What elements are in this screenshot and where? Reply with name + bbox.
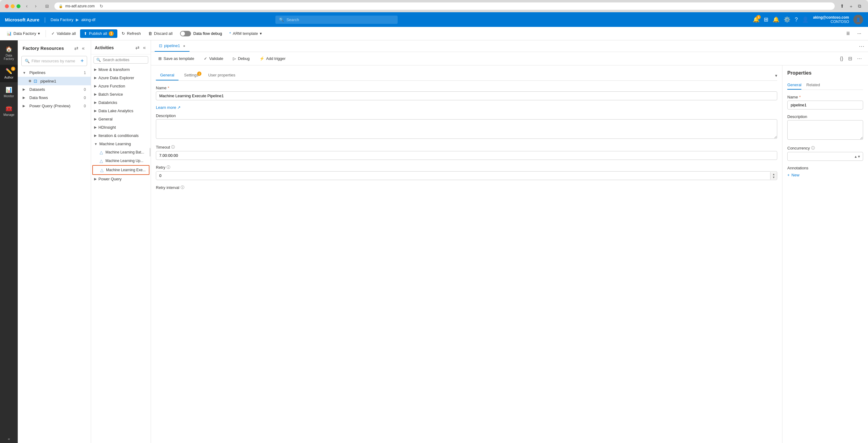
retry-stepper[interactable]: ▲ ▼ — [156, 171, 777, 180]
group-label: HDInsight — [98, 125, 116, 129]
settings-badge: 2 — [197, 71, 202, 76]
activity-group-azure-explorer[interactable]: ▶ Azure Data Explorer — [91, 74, 151, 82]
right-name-input[interactable] — [787, 100, 863, 110]
activities-expand-btn[interactable]: ⇄ — [134, 43, 141, 52]
breadcrumb-data-factory[interactable]: Data Factory — [51, 18, 73, 22]
activity-ml-update[interactable]: △ Machine Learning Up... — [91, 156, 151, 165]
concurrency-select[interactable] — [787, 152, 863, 161]
activity-group-move-transform[interactable]: ▶ Move & transform — [91, 65, 151, 74]
more-options-btn[interactable]: ⋯ — [854, 29, 864, 38]
breadcrumb-aking-df[interactable]: aking-df — [81, 18, 95, 22]
arm-template-button[interactable]: * ARM template ▾ — [226, 29, 265, 38]
description-textarea[interactable] — [156, 119, 777, 139]
activity-ml-execute[interactable]: △ Machine Learning Exe... — [92, 165, 150, 175]
activities-search[interactable]: 🔍 — [94, 56, 148, 64]
activities-collapse-btn[interactable]: « — [142, 43, 147, 52]
user-avatar[interactable]: 👤 — [853, 15, 863, 25]
search-input[interactable] — [286, 18, 394, 22]
activity-group-iteration[interactable]: ▶ Iteration & conditionals — [91, 131, 151, 140]
new-tab-button[interactable]: + — [848, 2, 854, 10]
settings-icon[interactable]: ⚙️ — [784, 16, 790, 23]
expand-all-btn[interactable]: ⇄ — [73, 44, 80, 52]
sidebar-item-monitor[interactable]: 📊 Monitor — [0, 84, 18, 101]
sidebar-item-author[interactable]: ✏️ Author 1 — [0, 65, 18, 82]
layout-btn[interactable]: ⊟ — [847, 54, 853, 63]
timeout-input[interactable] — [156, 151, 777, 160]
feedback-icon[interactable]: 👤 — [802, 16, 809, 23]
resources-search-input[interactable] — [31, 59, 79, 63]
activity-group-databricks[interactable]: ▶ Databricks — [91, 98, 151, 107]
validate-all-button[interactable]: ✓ Validate all — [48, 29, 79, 38]
global-search[interactable]: 🔍 — [275, 16, 398, 24]
alert-icon[interactable]: 🔔 — [773, 16, 779, 23]
resources-search[interactable]: 🔍 + — [21, 56, 87, 66]
activities-panel: Activities ⇄ « 🔍 ▶ Move & transform ▶ Az… — [91, 40, 151, 443]
publish-all-button[interactable]: ⬆ Publish all 1 — [80, 29, 117, 38]
check-icon: ✓ — [204, 56, 207, 61]
tree-power-query[interactable]: ▶ Power Query (Preview) 0 — [18, 102, 91, 110]
tab-settings[interactable]: Settings 2 — [180, 70, 203, 80]
collapse-sidebar-btn[interactable]: « — [5, 434, 12, 443]
props-chevron-btn[interactable]: ▾ — [775, 73, 777, 78]
scrollbar[interactable] — [150, 148, 151, 156]
close-button[interactable] — [5, 4, 9, 8]
azure-logo[interactable]: Microsoft Azure — [5, 17, 39, 22]
address-bar[interactable]: 🔒 ms-adf.azure.com ↻ — [54, 2, 835, 10]
debug-toggle[interactable]: Data flow debug — [177, 30, 225, 38]
add-trigger-btn[interactable]: ⚡ Add trigger — [257, 55, 288, 62]
activity-name-input[interactable] — [156, 91, 777, 100]
sidebar-toggle-icon[interactable]: ⊟ — [43, 3, 51, 9]
annotations-label: Annotations — [787, 166, 863, 170]
sidebar-item-data-factory[interactable]: 🏠 Data Factory — [0, 43, 18, 64]
save-as-template-btn[interactable]: ⊞ Save as template — [156, 55, 196, 62]
reload-button[interactable]: ↻ — [100, 4, 103, 8]
pipeline1-tab[interactable]: ⊡ pipeline1 ● — [155, 40, 189, 52]
tree-data-flows[interactable]: ▶ Data flows 0 — [18, 93, 91, 102]
right-tab-general[interactable]: General — [787, 81, 801, 90]
code-view-btn[interactable]: {} — [839, 54, 844, 63]
activity-ml-batch[interactable]: △ Machine Learning Bat... — [91, 148, 151, 156]
more-btn[interactable]: ⋯ — [856, 54, 863, 63]
azure-header: Microsoft Azure | Data Factory ▶ aking-d… — [0, 12, 868, 27]
activity-group-batch-service[interactable]: ▶ Batch Service — [91, 90, 151, 98]
activity-group-general[interactable]: ▶ General — [91, 115, 151, 123]
activity-group-datalake[interactable]: ▶ Data Lake Analytics — [91, 107, 151, 115]
discard-all-button[interactable]: 🗑 Discard all — [145, 29, 176, 38]
forward-button[interactable]: › — [33, 3, 38, 9]
tree-pipelines[interactable]: ▼ Pipelines 1 — [18, 68, 91, 77]
add-resource-btn[interactable]: + — [81, 58, 84, 64]
activity-group-ml[interactable]: ▼ Machine Learning — [91, 140, 151, 148]
retry-input[interactable] — [156, 172, 770, 180]
right-description-textarea[interactable] — [787, 120, 863, 140]
tree-datasets[interactable]: ▶ Datasets 0 — [18, 85, 91, 93]
validate-btn[interactable]: ✓ Validate — [202, 55, 225, 62]
data-factory-dropdown-btn[interactable]: 📊 Data Factory ▾ — [4, 29, 43, 38]
share-button[interactable]: ⬆ — [838, 2, 846, 10]
tabs-button[interactable]: ⧉ — [856, 2, 863, 10]
activity-group-hdinsight[interactable]: ▶ HDInsight — [91, 123, 151, 131]
activity-group-azure-function[interactable]: ▶ Azure Function — [91, 82, 151, 90]
sidebar-item-manage[interactable]: 🧰 Manage — [0, 102, 18, 120]
maximize-button[interactable] — [17, 4, 21, 8]
tree-pipeline1[interactable]: ⊡ pipeline1 — [18, 77, 91, 85]
right-tab-related[interactable]: Related — [806, 81, 820, 90]
learn-more-link[interactable]: Learn more ↗ — [156, 105, 777, 110]
more-options-btn[interactable]: ⋯ — [859, 43, 864, 50]
add-annotation-btn[interactable]: + New — [787, 173, 863, 177]
back-button[interactable]: ‹ — [24, 3, 29, 9]
activities-search-input[interactable] — [103, 58, 146, 62]
tab-user-properties[interactable]: User properties — [204, 70, 240, 80]
minimize-button[interactable] — [11, 4, 15, 8]
activity-group-power-query[interactable]: ▶ Power Query — [91, 175, 151, 183]
collapse-panel-btn[interactable]: « — [81, 44, 86, 52]
debug-btn[interactable]: ▷ Debug — [230, 55, 252, 62]
tab-general[interactable]: General — [156, 70, 179, 80]
directory-icon[interactable]: ⊞ — [764, 16, 768, 23]
retry-stepper-btns[interactable]: ▲ ▼ — [770, 172, 777, 179]
help-icon[interactable]: ? — [795, 17, 798, 23]
list-view-btn[interactable]: ☰ — [843, 29, 853, 38]
refresh-button[interactable]: ↻ Refresh — [119, 29, 144, 38]
notifications-icon[interactable]: 🔔1 — [753, 16, 760, 23]
toggle-switch[interactable] — [180, 31, 191, 36]
concurrency-field: Concurrency ⓘ ▲▼ — [787, 146, 863, 161]
